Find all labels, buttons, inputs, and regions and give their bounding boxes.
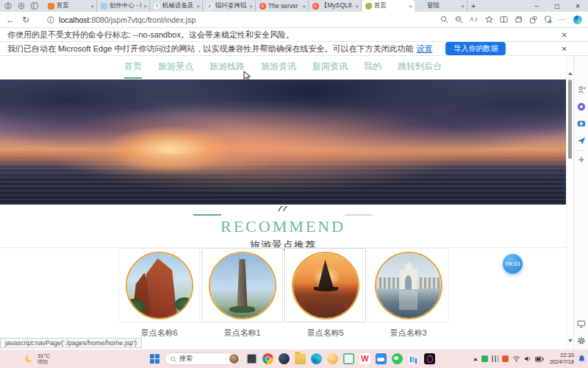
search-icon[interactable]	[440, 15, 448, 24]
edge-icon[interactable]	[311, 353, 322, 364]
workspaces-icon[interactable]	[18, 2, 25, 10]
moon-weather-icon	[25, 354, 35, 364]
sidebar-add-icon[interactable]	[578, 156, 585, 163]
windows-taskbar: 31°C 晴朗 搜索 W	[0, 350, 588, 368]
app-dark-icon[interactable]	[279, 353, 290, 364]
tab-close-icon[interactable]: ×	[90, 3, 94, 10]
tray-green-app-icon[interactable]	[481, 355, 488, 362]
wifi-icon[interactable]	[512, 355, 520, 362]
volume-icon[interactable]	[524, 355, 531, 362]
weather-widget[interactable]: 31°C 晴朗	[25, 353, 50, 364]
refresh-icon[interactable]: ↻	[22, 15, 29, 24]
settings-menu-icon[interactable]: ⋯	[559, 15, 567, 24]
tab-close-icon[interactable]: ×	[196, 3, 200, 10]
spot-item[interactable]: 景点名称5	[284, 248, 367, 339]
sidebar-divider	[577, 150, 585, 151]
collections-icon[interactable]	[514, 15, 523, 24]
tab-close-icon[interactable]: ×	[355, 3, 359, 10]
close-icon[interactable]: ✕	[562, 45, 567, 53]
browser-tab[interactable]: 首页×	[44, 0, 97, 12]
spot-image[interactable]	[375, 252, 442, 319]
douyin-icon[interactable]	[424, 353, 435, 364]
wechat-icon[interactable]	[392, 353, 403, 364]
scrollbar-thumb[interactable]	[568, 79, 572, 159]
hidden-icons-chevron[interactable]	[473, 358, 478, 361]
tab-close-icon[interactable]: ×	[302, 3, 306, 10]
charts-app-icon[interactable]	[408, 353, 419, 364]
browser-tab[interactable]: CThe server time×	[256, 0, 309, 12]
app-gold-icon[interactable]	[327, 353, 338, 364]
maximize-button[interactable]: ▢	[547, 0, 567, 12]
browser-tab[interactable]: V机械设备及其零×	[150, 0, 203, 12]
new-tab-button[interactable]: +	[467, 0, 479, 12]
sidebar-microsoft365-icon[interactable]	[577, 102, 586, 111]
split-screen-icon[interactable]	[500, 15, 508, 24]
task-view-icon[interactable]	[246, 353, 257, 364]
chrome-icon[interactable]	[262, 353, 273, 364]
browser-tab[interactable]: 登陆×	[415, 0, 467, 12]
extensions-icon[interactable]	[529, 15, 537, 24]
close-icon[interactable]: ✕	[562, 31, 567, 39]
cloud-drive-icon[interactable]	[376, 353, 387, 364]
settings-link[interactable]: 设置	[416, 43, 432, 54]
favorites-star-icon[interactable]	[485, 15, 493, 24]
nav-item-backend[interactable]: 跳转到后台	[398, 60, 442, 79]
browser-tab[interactable]: C【MySQL8.0配×	[309, 0, 362, 12]
minimize-button[interactable]: ─	[526, 0, 547, 12]
nav-item-news[interactable]: 新闻资讯	[312, 60, 348, 79]
spot-image[interactable]	[209, 252, 276, 319]
profile-icon[interactable]	[4, 2, 12, 10]
browser-essentials-icon[interactable]	[544, 15, 552, 24]
spot-card[interactable]	[284, 248, 366, 322]
file-explorer-icon[interactable]	[295, 353, 306, 364]
back-icon[interactable]: ←	[6, 15, 15, 24]
spot-card[interactable]	[368, 248, 449, 322]
page-scrollbar[interactable]	[566, 56, 573, 350]
sidebar-drop-icon[interactable]	[577, 136, 586, 145]
tab-close-icon[interactable]: ×	[409, 3, 412, 10]
nav-item-mine[interactable]: 我的	[364, 60, 381, 79]
tab-close-icon[interactable]: ×	[249, 3, 253, 10]
browser-tab[interactable]: 创作中心 - 哔哩×	[97, 0, 150, 12]
floating-clock-badge[interactable]: 09:33	[503, 254, 523, 274]
spot-image[interactable]	[126, 252, 193, 319]
spot-card[interactable]	[118, 248, 200, 322]
address-bar[interactable]: localhost:8080/jspm7vtqc/front/index.jsp	[37, 15, 433, 24]
vertical-tabs-icon[interactable]	[31, 2, 38, 10]
browser-tab[interactable]: ⌕锟叫姿拷锟厅拼×	[203, 0, 256, 12]
scroll-down-icon[interactable]	[568, 339, 573, 342]
nav-item-home[interactable]: 首页	[124, 60, 142, 79]
spot-item[interactable]: 景点名称6	[118, 248, 201, 339]
battery-icon[interactable]	[535, 356, 544, 362]
close-window-button[interactable]: ✕	[567, 0, 588, 12]
sidebar-settings-gear-icon[interactable]	[577, 336, 586, 345]
nav-item-routes[interactable]: 旅游线路	[209, 60, 245, 79]
nav-item-travel-news[interactable]: 旅游资讯	[261, 60, 296, 79]
copilot-icon[interactable]	[573, 15, 582, 24]
wps-icon[interactable]: W	[359, 353, 370, 364]
tab-close-icon[interactable]: ×	[143, 3, 147, 10]
taskbar-clock[interactable]: 22:33 2024/7/18	[550, 353, 574, 365]
tray-red-app-icon[interactable]	[502, 355, 509, 362]
spot-item[interactable]: 景点名称1	[201, 248, 284, 339]
spot-image[interactable]	[292, 252, 359, 319]
zoom-icon[interactable]	[455, 15, 463, 24]
tray-gray-app-icon[interactable]	[492, 355, 498, 362]
capcut-icon[interactable]	[343, 353, 354, 364]
tab-close-icon[interactable]: ×	[461, 3, 465, 10]
spot-item[interactable]: 景点名称3	[367, 248, 450, 339]
read-aloud-icon[interactable]: A	[470, 15, 478, 24]
taskbar-search[interactable]: 搜索	[165, 353, 241, 365]
sidebar-contacts-icon[interactable]	[577, 85, 586, 94]
start-button[interactable]	[150, 354, 159, 364]
notification-bell-icon[interactable]	[578, 355, 586, 364]
sidebar-designer-icon[interactable]	[577, 119, 586, 128]
sidebar-screen-icon[interactable]	[577, 319, 586, 328]
scroll-up-icon[interactable]	[568, 72, 573, 75]
site-info-icon[interactable]	[47, 16, 54, 24]
browser-tab-active[interactable]: 首页×	[362, 0, 415, 12]
spot-card[interactable]	[201, 248, 283, 322]
import-data-button[interactable]: 导入你的数据	[445, 42, 506, 55]
nav-item-spots[interactable]: 旅游景点	[158, 60, 193, 79]
bird-ornament-icon	[277, 205, 289, 212]
